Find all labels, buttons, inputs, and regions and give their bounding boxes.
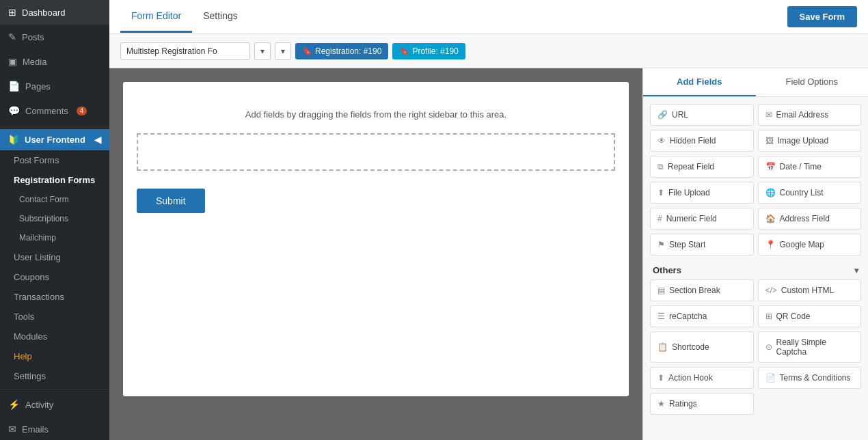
field-section-break[interactable]: ▤ Section Break <box>650 279 754 301</box>
sidebar-item-posts[interactable]: ✎ Posts <box>0 25 109 49</box>
field-email-address[interactable]: ✉ Email Address <box>758 104 862 126</box>
field-label: Terms & Conditions <box>780 373 851 383</box>
field-file-upload[interactable]: ⬆ File Upload <box>650 182 754 204</box>
sidebar-item-help[interactable]: Help <box>0 346 109 366</box>
submit-button[interactable]: Submit <box>137 189 205 213</box>
field-custom-html[interactable]: </> Custom HTML <box>758 279 862 301</box>
map-icon: 📍 <box>765 240 776 249</box>
date-icon: 📅 <box>765 162 776 171</box>
action-hook-icon: ⬆ <box>657 373 664 383</box>
sidebar-item-emails[interactable]: ✉ Emails <box>0 417 109 440</box>
sidebar-item-modules[interactable]: Modules <box>0 327 109 346</box>
sidebar-item-contact-form[interactable]: Contact Form <box>0 190 109 209</box>
tab-settings[interactable]: Settings <box>192 1 249 33</box>
sidebar-item-activity[interactable]: ⚡ Activity <box>0 392 109 417</box>
comments-badge: 4 <box>77 107 87 115</box>
field-label: Hidden Field <box>670 136 716 146</box>
user-frontend-header[interactable]: 🔰 User Frontend ◀ <box>0 129 109 150</box>
country-icon: 🌐 <box>765 188 776 197</box>
sidebar-item-coupons[interactable]: Coupons <box>0 267 109 287</box>
fields-grid-main: 🔗 URL ✉ Email Address 👁 Hidden Field 🖼 I… <box>650 104 861 256</box>
field-label: Numeric Field <box>666 214 717 223</box>
field-label: Country List <box>780 188 824 197</box>
tab-form-editor[interactable]: Form Editor <box>120 1 192 33</box>
field-label: Repeat Field <box>668 162 714 171</box>
field-label: Image Upload <box>778 136 829 146</box>
tab-field-options[interactable]: Field Options <box>756 68 869 96</box>
field-url[interactable]: 🔗 URL <box>650 104 754 126</box>
sidebar-item-media[interactable]: ▣ Media <box>0 49 109 74</box>
field-numeric-field[interactable]: # Numeric Field <box>650 208 754 230</box>
field-google-map[interactable]: 📍 Google Map <box>758 234 862 256</box>
field-label: Really Simple Captcha <box>776 338 854 357</box>
sidebar-item-registration-forms[interactable]: Registration Forms <box>0 170 109 190</box>
sidebar-item-tools[interactable]: Tools <box>0 307 109 327</box>
field-ratings[interactable]: ★ Ratings <box>650 393 754 415</box>
field-repeat-field[interactable]: ⧉ Repeat Field <box>650 156 754 178</box>
save-form-button[interactable]: Save Form <box>787 6 857 27</box>
registration-tag-label: Registration: #190 <box>315 46 381 56</box>
tab-add-fields[interactable]: Add Fields <box>643 68 756 96</box>
field-qr-code[interactable]: ⊞ QR Code <box>758 305 862 327</box>
section-break-icon: ▤ <box>657 286 665 295</box>
field-label: Section Break <box>669 286 720 295</box>
sidebar-item-transactions[interactable]: Transactions <box>0 287 109 307</box>
recaptcha-icon: ☰ <box>657 312 665 321</box>
file-upload-icon: ⬆ <box>657 188 664 197</box>
sidebar-item-user-listing[interactable]: User Listing <box>0 247 109 267</box>
shortcode-icon: 📋 <box>657 342 668 352</box>
field-label: Step Start <box>669 240 705 249</box>
sidebar-item-post-forms[interactable]: Post Forms <box>0 150 109 170</box>
user-frontend-label: User Frontend <box>25 135 85 145</box>
field-image-upload[interactable]: 🖼 Image Upload <box>758 130 862 152</box>
media-icon: ▣ <box>8 56 17 67</box>
registration-tag-icon: 🔖 <box>302 46 312 56</box>
sidebar-item-label: Dashboard <box>22 8 66 18</box>
field-hidden-field[interactable]: 👁 Hidden Field <box>650 130 754 152</box>
dropdown-btn-2[interactable]: ▾ <box>275 42 291 60</box>
form-name-input[interactable] <box>120 42 250 60</box>
sidebar-item-comments[interactable]: 💬 Comments 4 <box>0 98 109 123</box>
right-tabs: Add Fields Field Options <box>643 68 868 97</box>
sidebar-item-label: Transactions <box>14 292 64 302</box>
pages-icon: 📄 <box>8 81 20 92</box>
sidebar-item-pages[interactable]: 📄 Pages <box>0 74 109 98</box>
repeat-icon: ⧉ <box>657 162 664 171</box>
sidebar-item-label: Coupons <box>14 272 49 282</box>
field-step-start[interactable]: ⚑ Step Start <box>650 234 754 256</box>
field-date-time[interactable]: 📅 Date / Time <box>758 156 862 178</box>
field-terms-conditions[interactable]: 📄 Terms & Conditions <box>758 367 862 389</box>
sidebar: ⊞ Dashboard ✎ Posts ▣ Media 📄 Pages 💬 Co… <box>0 0 109 440</box>
dropdown-btn-1[interactable]: ▾ <box>254 42 271 60</box>
qr-icon: ⊞ <box>765 312 772 321</box>
field-address-field[interactable]: 🏠 Address Field <box>758 208 862 230</box>
fields-list: 🔗 URL ✉ Email Address 👁 Hidden Field 🖼 I… <box>643 97 868 440</box>
step-icon: ⚑ <box>657 240 665 249</box>
sidebar-item-label: Mailchimp <box>19 233 56 243</box>
drop-zone[interactable] <box>137 133 615 171</box>
sidebar-item-dashboard[interactable]: ⊞ Dashboard <box>0 0 109 25</box>
field-really-simple-captcha[interactable]: ⊙ Really Simple Captcha <box>758 331 862 363</box>
field-country-list[interactable]: 🌐 Country List <box>758 182 862 204</box>
form-canvas: Add fields by dragging the fields from t… <box>123 82 629 396</box>
sidebar-item-settings[interactable]: Settings <box>0 366 109 386</box>
sidebar-item-label: Contact Form <box>19 195 69 204</box>
field-label: QR Code <box>776 312 811 321</box>
posts-icon: ✎ <box>8 31 16 42</box>
field-label: reCaptcha <box>669 312 707 321</box>
field-label: Date / Time <box>780 162 822 171</box>
field-recaptcha[interactable]: ☰ reCaptcha <box>650 305 754 327</box>
profile-tag-button[interactable]: 🔖 Profile: #190 <box>392 43 465 59</box>
activity-icon: ⚡ <box>8 399 20 410</box>
sidebar-item-label: User Listing <box>14 252 61 262</box>
registration-tag-button[interactable]: 🔖 Registration: #190 <box>295 43 388 59</box>
field-action-hook[interactable]: ⬆ Action Hook <box>650 367 754 389</box>
sidebar-item-label: Activity <box>25 400 53 410</box>
sidebar-item-mailchimp[interactable]: Mailchimp <box>0 228 109 247</box>
topbar: Form Editor Settings Save Form <box>109 0 868 34</box>
sidebar-item-subscriptions[interactable]: Subscriptions <box>0 209 109 228</box>
sidebar-item-label: Tools <box>14 312 34 322</box>
field-shortcode[interactable]: 📋 Shortcode <box>650 331 754 363</box>
sidebar-item-label: Comments <box>25 106 68 116</box>
others-section-header[interactable]: Others ▾ <box>650 260 861 279</box>
